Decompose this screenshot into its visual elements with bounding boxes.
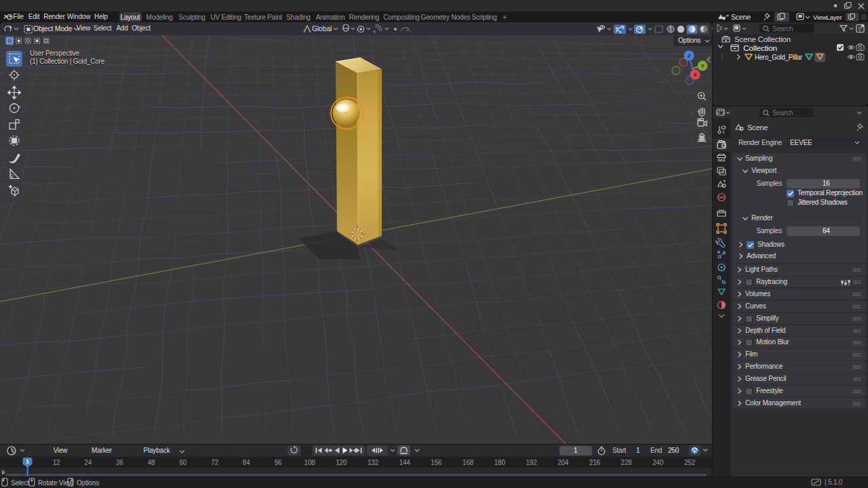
- svg-text:X: X: [693, 72, 697, 78]
- svg-text:A: A: [406, 26, 410, 33]
- svg-text:204: 204: [557, 459, 569, 466]
- svg-text:24: 24: [84, 459, 92, 466]
- svg-text:120: 120: [336, 459, 347, 466]
- svg-text:144: 144: [399, 459, 411, 466]
- svg-text:84: 84: [243, 459, 250, 466]
- svg-text:228: 228: [621, 459, 633, 466]
- svg-text:72: 72: [211, 459, 218, 466]
- svg-text:108: 108: [304, 459, 316, 466]
- svg-text:Collection: Collection: [743, 44, 777, 52]
- svg-text:252: 252: [684, 459, 696, 466]
- svg-text:132: 132: [368, 459, 379, 466]
- svg-text:Scene: Scene: [747, 123, 768, 131]
- svg-text:36: 36: [116, 459, 123, 466]
- svg-text:180: 180: [494, 459, 506, 466]
- svg-text:Z: Z: [688, 53, 691, 59]
- svg-text:240: 240: [652, 459, 664, 466]
- svg-text:168: 168: [462, 459, 474, 466]
- svg-text:Y: Y: [701, 63, 705, 69]
- svg-text:192: 192: [526, 459, 537, 466]
- svg-text:48: 48: [148, 459, 155, 466]
- svg-text:Search: Search: [772, 25, 793, 33]
- svg-text:Search: Search: [772, 109, 793, 117]
- svg-text:12: 12: [53, 459, 60, 466]
- svg-text:216: 216: [589, 459, 601, 466]
- svg-text:Scene Collection: Scene Collection: [734, 35, 791, 43]
- svg-text:60: 60: [179, 459, 186, 466]
- svg-text:96: 96: [275, 459, 282, 466]
- svg-text:Hero_Gold_Pillar: Hero_Gold_Pillar: [755, 53, 802, 61]
- svg-text:1: 1: [26, 458, 29, 465]
- svg-text:156: 156: [431, 459, 442, 466]
